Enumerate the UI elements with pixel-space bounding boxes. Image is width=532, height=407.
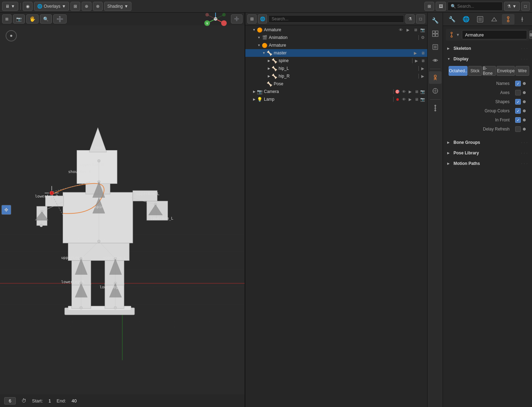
armature-select[interactable]: ▶ bbox=[405, 27, 411, 33]
prop-top-tab-armature2[interactable] bbox=[516, 14, 528, 25]
lamp-sel[interactable]: ▶ bbox=[407, 96, 413, 102]
camera-vis[interactable]: 👁 bbox=[401, 88, 407, 95]
prop-top-tab-render[interactable] bbox=[474, 14, 486, 25]
editor-type-btn[interactable]: ⊞ bbox=[424, 2, 434, 11]
display-btn-stick[interactable]: Stick bbox=[468, 66, 482, 76]
prop-top-tab-object[interactable] bbox=[488, 14, 500, 25]
tree-item-armature-child[interactable]: 🟠 Armature bbox=[245, 41, 427, 49]
viewport-canvas[interactable]: head upperArm_R shoulder_R master lowerA… bbox=[0, 25, 245, 394]
names-checkbox[interactable]: ✓ bbox=[515, 81, 521, 86]
prop-tab-object-data[interactable] bbox=[429, 71, 442, 84]
svg-rect-102 bbox=[432, 34, 435, 36]
armature-camera[interactable]: 📷 bbox=[420, 27, 426, 33]
tree-item-spine[interactable]: 🦴 spine ▶ 🖥 bbox=[245, 57, 427, 65]
transform-btn[interactable]: ⊕ bbox=[82, 2, 91, 11]
display-btn-bbone[interactable]: B-Bone bbox=[483, 66, 496, 76]
vp-view-btn[interactable]: ⊞ bbox=[2, 14, 12, 24]
tree-item-armature[interactable]: 🟠 Armature 👁 ▶ 🖥 📷 bbox=[245, 26, 427, 34]
prop-top-tab-scene[interactable]: 🌐 bbox=[460, 14, 472, 25]
prop-tab-output[interactable] bbox=[429, 41, 442, 53]
spine-render[interactable]: 🖥 bbox=[420, 58, 426, 64]
mode-dropdown[interactable]: 🖥 ▼ bbox=[2, 2, 18, 11]
armature-name-input[interactable] bbox=[462, 30, 527, 39]
tree-item-animation[interactable]: 🎬 Animation ⚙ bbox=[245, 34, 427, 41]
prop-tab-scene[interactable] bbox=[429, 27, 442, 40]
svg-point-116 bbox=[434, 105, 436, 107]
display-section-header[interactable]: Display · · · bbox=[446, 54, 529, 64]
prop-tab-armature2[interactable] bbox=[429, 102, 442, 114]
overlays-label: Overlays bbox=[44, 4, 60, 9]
group-colors-checkbox[interactable]: ✓ bbox=[515, 108, 521, 114]
vp-pan-btn[interactable]: 🖐 bbox=[26, 14, 39, 24]
hipl-select[interactable]: ▶ bbox=[420, 65, 426, 72]
display-btn-octahedral[interactable]: Octahed.. bbox=[449, 66, 468, 76]
shading-btn[interactable]: Shading ▼ bbox=[104, 2, 131, 11]
armature-expand-btn[interactable]: ⊞ bbox=[529, 31, 532, 39]
camera-rend[interactable]: 🖥 bbox=[413, 88, 420, 95]
hipr-select[interactable]: ▶ bbox=[420, 73, 426, 79]
camera-sel[interactable]: ▶ bbox=[407, 88, 413, 95]
vp-plus-btn[interactable]: ➕ bbox=[53, 14, 67, 24]
proportional-btn[interactable]: ⊗ bbox=[93, 2, 103, 11]
tree-item-camera[interactable]: 📷 Camera 🎯 👁 ▶ 🖥 📷 bbox=[245, 88, 427, 95]
lamp-vis[interactable]: 👁 bbox=[401, 96, 407, 102]
motion-paths-section-header[interactable]: Motion Paths · · · bbox=[446, 159, 529, 168]
camera-cam[interactable]: 📷 bbox=[420, 88, 426, 95]
axes-checkbox[interactable] bbox=[515, 90, 521, 95]
img-btn[interactable]: 🖼 bbox=[436, 2, 446, 11]
display-btn-envelope[interactable]: Envelope bbox=[497, 66, 515, 76]
prop-top-tab-armature[interactable] bbox=[502, 14, 514, 25]
shapes-checkbox[interactable]: ✓ bbox=[515, 99, 521, 105]
prop-tab-view[interactable] bbox=[429, 54, 442, 67]
viewport-icon[interactable]: ◉ bbox=[23, 2, 33, 11]
view-btn[interactable]: □ bbox=[521, 2, 530, 11]
lamp-rend[interactable]: 🖥 bbox=[413, 96, 420, 102]
lamp-extra[interactable]: ⏺ bbox=[394, 96, 401, 102]
in-front-label: In Front bbox=[449, 118, 512, 122]
select-tool-btn[interactable]: ✥ bbox=[1, 205, 11, 215]
prop-tab-constraints[interactable] bbox=[429, 85, 442, 97]
display-btn-wire[interactable]: Wire bbox=[516, 66, 529, 76]
top-search-input[interactable] bbox=[457, 4, 499, 9]
delay-refresh-checkbox[interactable] bbox=[515, 126, 521, 132]
shapes-dot bbox=[523, 100, 526, 103]
viewport[interactable]: ⊞ 📷 🖐 🔍 ➕ Z Y bbox=[0, 13, 245, 407]
armature-header-arrow: ▼ bbox=[456, 33, 460, 37]
top-toolbar: 🖥 ▼ ◉ 🌐 Overlays ▼ ⊞ ⊕ ⊗ Shading ▼ ⊞ 🖼 🔍… bbox=[0, 0, 532, 13]
vp-add-view-btn[interactable]: ➕ bbox=[231, 14, 243, 24]
frame-number[interactable]: 6 bbox=[4, 397, 16, 405]
outliner-search[interactable] bbox=[268, 15, 404, 23]
motion-paths-title: Motion Paths bbox=[453, 161, 480, 166]
spine-select[interactable]: ▶ bbox=[413, 58, 420, 64]
tree-item-hipl[interactable]: 🦴 hip_L ▶ bbox=[245, 65, 427, 72]
tree-item-pose[interactable]: 🦴 Pose bbox=[245, 80, 427, 88]
outliner-view-options[interactable]: □ bbox=[416, 14, 425, 24]
vp-camera-btn[interactable]: 📷 bbox=[13, 14, 25, 24]
skeleton-section-header[interactable]: Skeleton · · · bbox=[446, 44, 529, 53]
outliner-scene-type[interactable]: 🌐 bbox=[258, 14, 267, 24]
animation-extra[interactable]: ⚙ bbox=[420, 34, 426, 41]
prop-tab-render[interactable]: 🔧 bbox=[429, 14, 442, 27]
filter-top-btn[interactable]: ⚗ ▼ bbox=[504, 2, 520, 11]
svg-text:upperLeg_R: upperLeg_R bbox=[61, 255, 84, 260]
tree-item-lamp[interactable]: 💡 Lamp ⏺ 👁 ▶ 🖥 📷 bbox=[245, 95, 427, 103]
overlays-btn[interactable]: 🌐 Overlays ▼ bbox=[34, 2, 69, 11]
armature-visibility[interactable]: 👁 bbox=[397, 27, 404, 33]
prop-top-tab-tool[interactable]: 🔧 bbox=[446, 14, 458, 25]
camera-arrow bbox=[252, 89, 257, 94]
in-front-checkbox[interactable]: ✓ bbox=[515, 117, 521, 123]
vp-zoom-btn[interactable]: 🔍 bbox=[40, 14, 52, 24]
bone-groups-section-header[interactable]: Bone Groups · · · bbox=[446, 138, 529, 147]
tree-item-master[interactable]: 🦴 master ▶ 🖥 bbox=[245, 49, 427, 57]
tree-item-hipr[interactable]: 🦴 hip_R ▶ bbox=[245, 72, 427, 80]
camera-target[interactable]: 🎯 bbox=[394, 88, 401, 95]
viewport-gizmo: Z Y bbox=[202, 13, 230, 33]
snap-btn[interactable]: ⊞ bbox=[70, 2, 80, 11]
master-render[interactable]: 🖥 bbox=[420, 50, 426, 56]
armature-render[interactable]: 🖥 bbox=[412, 27, 418, 33]
outliner-editor-type[interactable]: ⊞ bbox=[247, 14, 257, 24]
master-select[interactable]: ▶ bbox=[412, 50, 418, 56]
lamp-cam[interactable]: 📷 bbox=[420, 96, 426, 102]
pose-library-section-header[interactable]: Pose Library · · · bbox=[446, 148, 529, 158]
outliner-filter[interactable]: ⚗ bbox=[405, 14, 415, 24]
